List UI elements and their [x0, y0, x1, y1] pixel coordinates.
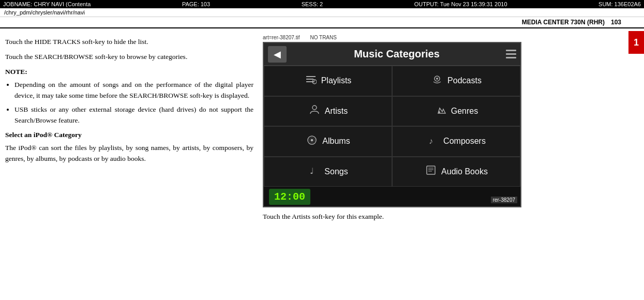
svg-point-8 — [438, 111, 440, 113]
category-audiobooks[interactable]: Audio Books — [392, 157, 520, 187]
svg-point-7 — [312, 106, 317, 110]
output-text: OUTPUT: Tue Nov 23 15:39:31 2010 — [414, 1, 507, 7]
audiobooks-icon — [425, 164, 437, 178]
category-genres[interactable]: Genres — [392, 96, 520, 127]
sess-text: SESS: 2 — [302, 1, 323, 7]
section-heading: Select an iPod® Category — [5, 130, 253, 141]
main-content: Touch the HIDE TRACKS soft-key to hide t… — [0, 32, 644, 300]
albums-icon — [306, 134, 318, 148]
media-header-row: MEDIA CENTER 730N (RHR) 103 — [0, 17, 644, 28]
jobname-text: JOBNAME: CHRY NAVI (Contenta — [3, 1, 91, 7]
genres-label: Genres — [451, 107, 478, 116]
audiobooks-label: Audio Books — [441, 167, 488, 176]
right-caption: Touch the Artists soft-key for this exam… — [263, 213, 639, 221]
path-bar: /chry_pdm/chrysler/navi/rhr/navi — [0, 8, 644, 17]
playlists-label: Playlists — [321, 76, 352, 85]
svg-text:♩: ♩ — [310, 167, 314, 175]
para1: Touch the HIDE TRACKS soft-key to hide t… — [5, 37, 253, 48]
podcasts-label: Podcasts — [447, 76, 482, 85]
svg-point-6 — [436, 78, 438, 80]
artists-label: Artists — [325, 107, 348, 116]
media-center-label: MEDIA CENTER 730N (RHR) — [522, 19, 605, 26]
screen-title: Music Categories — [292, 48, 502, 60]
category-artists[interactable]: Artists — [264, 96, 392, 127]
bullet-list: Depending on the amount of songs and on … — [14, 80, 253, 126]
ref-label: rer-38207 — [491, 197, 517, 203]
right-column: art=rer-38207.tif NO TRANS ◀ Music Categ… — [259, 35, 639, 300]
bullet-2: USB sticks or any other external storage… — [14, 104, 253, 126]
screen-statusbar: 12:00 — [264, 187, 520, 206]
svg-text:♪: ♪ — [429, 137, 433, 145]
svg-rect-2 — [306, 81, 314, 82]
art-trans: NO TRANS — [310, 35, 337, 40]
art-ref: art=rer-38207.tif NO TRANS — [263, 35, 639, 40]
category-songs[interactable]: ♩ Songs — [264, 157, 392, 187]
playlists-icon — [305, 74, 317, 88]
podcasts-icon — [431, 74, 443, 88]
chapter-marker: 1 — [628, 31, 644, 54]
category-podcasts[interactable]: Podcasts — [392, 66, 520, 96]
page-number: 103 — [611, 19, 621, 26]
category-composers[interactable]: ♪ Composers — [392, 126, 520, 157]
bullet-1: Depending on the amount of songs and on … — [14, 80, 253, 101]
back-button[interactable]: ◀ — [268, 46, 287, 63]
sum-text: SUM: 136E02A6 — [598, 1, 641, 7]
section-body: The iPod® can sort the files by playlist… — [5, 143, 253, 164]
songs-label: Songs — [324, 167, 348, 176]
songs-icon: ♩ — [308, 164, 320, 178]
screen-ui: ◀ Music Categories Playlists — [263, 42, 521, 207]
left-column: Touch the HIDE TRACKS soft-key to hide t… — [5, 35, 259, 300]
art-filename: art=rer-38207.tif — [263, 35, 299, 40]
menu-icon[interactable] — [506, 47, 516, 62]
note-heading: NOTE: — [5, 67, 253, 78]
composers-label: Composers — [443, 137, 486, 146]
page-text: PAGE: 103 — [182, 1, 210, 7]
top-header: JOBNAME: CHRY NAVI (Contenta PAGE: 103 S… — [0, 0, 644, 8]
path-text: /chry_pdm/chrysler/navi/rhr/navi — [4, 9, 85, 16]
albums-label: Albums — [322, 137, 350, 146]
artists-icon — [308, 104, 321, 118]
category-albums[interactable]: Albums — [264, 126, 392, 157]
categories-grid: Playlists Podcasts Artists — [264, 66, 520, 187]
svg-rect-0 — [306, 76, 316, 77]
genres-icon — [435, 104, 447, 118]
para2: Touch the SEARCH/BROWSE soft-key to brow… — [5, 52, 253, 63]
svg-rect-14 — [427, 166, 435, 174]
composers-icon: ♪ — [427, 134, 439, 148]
category-playlists[interactable]: Playlists — [264, 66, 392, 96]
svg-rect-1 — [306, 79, 313, 80]
screen-titlebar: ◀ Music Categories — [264, 43, 520, 66]
time-display: 12:00 — [269, 189, 310, 205]
svg-point-10 — [311, 139, 313, 141]
